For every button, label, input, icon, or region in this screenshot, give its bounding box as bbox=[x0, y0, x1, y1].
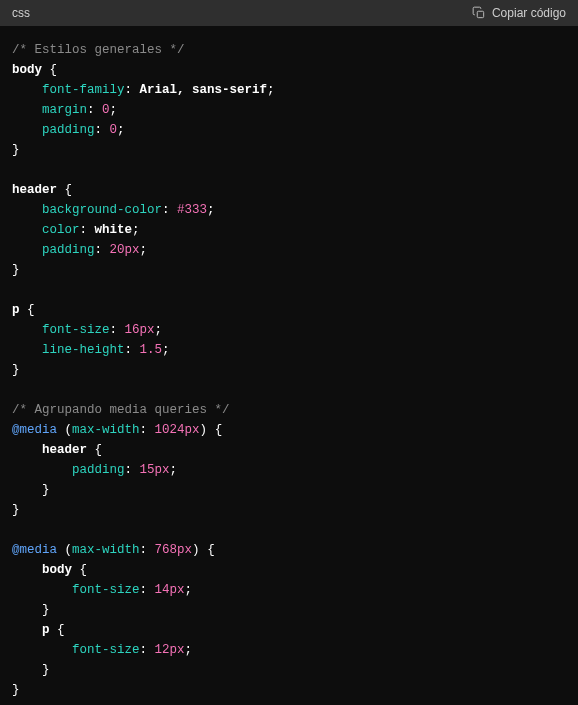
svg-rect-0 bbox=[477, 11, 483, 17]
selector-body: body bbox=[12, 63, 42, 77]
copy-icon bbox=[472, 6, 486, 20]
comment: /* Agrupando media queries */ bbox=[12, 403, 230, 417]
selector-p: p bbox=[12, 303, 20, 317]
code-header: css Copiar código bbox=[0, 0, 578, 26]
comment: /* Estilos generales */ bbox=[12, 43, 185, 57]
language-label: css bbox=[12, 6, 30, 20]
code-block: /* Estilos generales */ body { font-fami… bbox=[0, 26, 578, 705]
copy-label: Copiar código bbox=[492, 6, 566, 20]
at-media: @media bbox=[12, 543, 57, 557]
selector-header: header bbox=[12, 183, 57, 197]
at-media: @media bbox=[12, 423, 57, 437]
copy-code-button[interactable]: Copiar código bbox=[472, 6, 566, 20]
